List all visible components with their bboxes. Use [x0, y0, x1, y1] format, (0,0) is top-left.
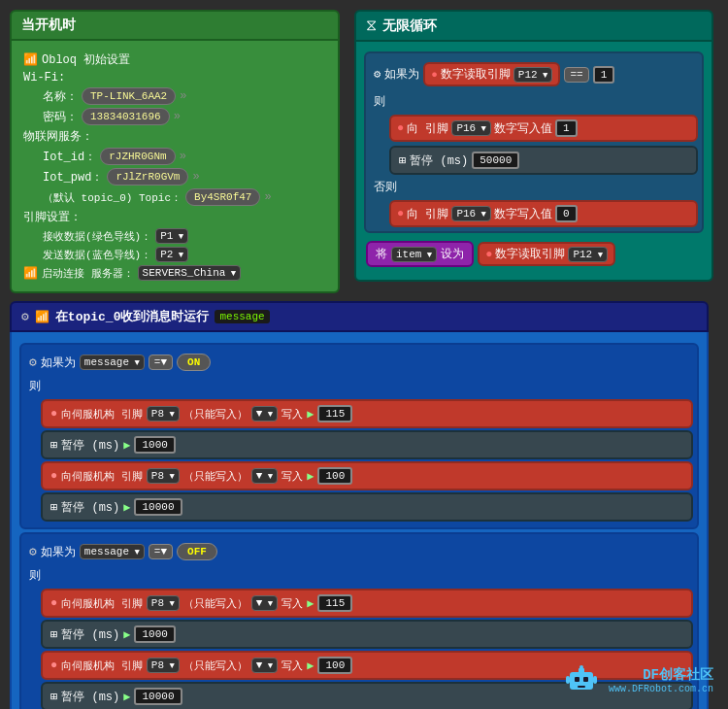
then-on-body: ● 向伺服机构 引脚 P8 （只能写入） ▼ 写入 ▶ 115 ⊞ 暂停 (ms… [41, 399, 693, 522]
if-on-label: 如果为 [41, 354, 76, 371]
servo-val-1: 115 [317, 405, 352, 422]
svg-point-5 [579, 665, 583, 669]
servo-val-3: 115 [317, 594, 352, 612]
wifi-icon-main: 📶 [35, 310, 50, 324]
iot-id-row: Iot_id： rJZHR0GNm » [43, 148, 326, 165]
if-block-1: ⚙ 如果为 ● 数字读取引脚 P12 == 1 则 [364, 51, 704, 233]
password-row: 密码： 13834031696 » [43, 108, 326, 125]
servo-only-write-4: （只能写入） [183, 658, 248, 673]
iot-label-row: 物联网服务： [23, 128, 326, 145]
obloq-label: Obloq 初始设置 [42, 51, 130, 68]
grid-icon-on-1: ⊞ [50, 438, 57, 453]
connect-label: 启动连接 服务器： [42, 266, 134, 281]
play-icon-3: ▶ [307, 596, 314, 611]
pause-block-on-2: ⊞ 暂停 (ms) ▶ 10000 [41, 492, 693, 522]
svg-rect-2 [583, 677, 588, 682]
rx-pin-dropdown[interactable]: P1 [155, 228, 188, 244]
servo-only-write-1: （只能写入） [183, 407, 248, 422]
pause-val-on-2: 10000 [134, 498, 182, 516]
set-var-dropdown[interactable]: item [391, 247, 437, 262]
if2-eq-box: =▼ [149, 544, 173, 559]
set-read-pin-dropdown[interactable]: P12 [568, 247, 608, 262]
iot-pwd-value: rJlZrR0GVm [107, 168, 188, 186]
pause-val-off-2: 10000 [134, 688, 182, 705]
brand-name: DF创客社区 [609, 666, 713, 684]
then-off-label-row: 则 [25, 565, 693, 586]
server-dropdown[interactable]: SERVERS_China [138, 265, 242, 281]
watermark: DF创客社区 www.DFRobot.com.cn [562, 660, 713, 699]
watermark-text-block: DF创客社区 www.DFRobot.com.cn [609, 666, 713, 694]
pause-block-on-1: ⊞ 暂停 (ms) ▶ 1000 [41, 430, 693, 459]
write-pin-block-1: ● 向 引脚 P16 数字写入值 1 [389, 115, 698, 142]
play-icon-p3: ▶ [123, 627, 130, 642]
pause-label-on-1: 暂停 (ms) [61, 437, 119, 454]
rx-label: 接收数据(绿色导线)： [43, 229, 151, 244]
write-pin-dropdown-1[interactable]: P16 [451, 120, 491, 136]
servo-write-mode-4[interactable]: ▼ [251, 658, 278, 673]
servo-val-4: 100 [317, 657, 352, 674]
equals-box-1: == [564, 67, 588, 83]
if1-on-value: ON [177, 354, 211, 371]
boot-title: 当开机时 [21, 17, 76, 34]
name-row: 名称： TP-LINK_6AA2 » [43, 87, 326, 105]
iot-pwd-label: Iot_pwd： [43, 169, 103, 186]
servo-label-3: 向伺服机构 引脚 [61, 596, 143, 611]
svg-rect-7 [593, 676, 597, 684]
svg-rect-3 [578, 686, 585, 688]
grid-icon-off-1: ⊞ [50, 627, 57, 642]
then-label-1: 则 [374, 93, 385, 110]
if-off-header: ⚙ 如果为 message =▼ OFF [25, 541, 693, 562]
else-body-1: ● 向 引脚 P16 数字写入值 0 [389, 200, 698, 227]
servo-write-label-1: 写入 [281, 407, 303, 422]
if2-var-dropdown[interactable]: message [80, 544, 145, 559]
message-title: 在topic_0收到消息时运行 [55, 308, 210, 325]
wifi-label: Wi-Fi: [23, 71, 65, 84]
if2-off-value: OFF [177, 543, 217, 560]
message-block: ⚙ 📶 在topic_0收到消息时运行 message ⚙ 如果为 messag… [10, 301, 709, 709]
servo-pin-3[interactable]: P8 [147, 595, 180, 611]
grid-icon-on-2: ⊞ [50, 500, 57, 515]
gear-icon-main: ⚙ [21, 309, 29, 324]
pause-label-on-2: 暂停 (ms) [61, 499, 119, 516]
servo-write-mode-1[interactable]: ▼ [251, 406, 278, 422]
name-label: 名称： [43, 88, 78, 105]
servo-pin-2[interactable]: P8 [147, 468, 180, 484]
servo-label-2: 向伺服机构 引脚 [61, 469, 143, 484]
servo-write-label-2: 写入 [281, 469, 303, 484]
else-label-1: 否则 [374, 179, 397, 195]
set-read-pin-block: ● 数字读取引脚 P12 [478, 242, 615, 266]
topic-value: By4SR0f47 [185, 188, 260, 206]
name-value: TP-LINK_6AA2 [82, 87, 176, 105]
else-row-1: 否则 [370, 177, 698, 197]
tx-pin-dropdown[interactable]: P2 [155, 247, 188, 262]
servo-write-mode-3[interactable]: ▼ [251, 595, 278, 611]
gear-icon-if2: ⚙ [29, 544, 37, 559]
servo-pin-4[interactable]: P8 [147, 658, 180, 673]
infinite-body: ⚙ 如果为 ● 数字读取引脚 P12 == 1 则 [354, 42, 713, 282]
servo-pin-1[interactable]: P8 [147, 406, 180, 422]
read-pin-dropdown[interactable]: P12 [513, 67, 553, 83]
infinite-title: 无限循环 [382, 17, 437, 35]
servo-write-mode-2[interactable]: ▼ [251, 468, 278, 484]
set-item-block: 将 item 设为 [366, 241, 474, 267]
play-icon-p4: ▶ [123, 690, 130, 704]
message-header: ⚙ 📶 在topic_0收到消息时运行 message [10, 301, 709, 332]
if-label-1: 如果为 [384, 66, 419, 83]
boot-body: 📶 Obloq 初始设置 Wi-Fi: 名称： TP-LINK_6AA2 » 密… [10, 41, 340, 293]
grid-icon-1: ⊞ [399, 153, 406, 168]
servo-only-write-2: （只能写入） [183, 469, 248, 484]
servo-write-label-4: 写入 [281, 658, 303, 673]
if1-var-dropdown[interactable]: message [80, 354, 145, 370]
servo-label-4: 向伺服机构 引脚 [61, 658, 143, 673]
pause-block-off-1: ⊞ 暂停 (ms) ▶ 1000 [41, 620, 693, 649]
svg-rect-6 [566, 676, 570, 684]
read-pin-block-1: ● 数字读取引脚 P12 [423, 62, 560, 86]
write-value-1: 1 [555, 119, 578, 137]
wifi-label-row: Wi-Fi: [23, 71, 326, 84]
else-write-pin-dropdown[interactable]: P16 [451, 206, 491, 221]
servo-val-2: 100 [317, 467, 352, 485]
pin-label-row: 引脚设置： [23, 209, 326, 225]
pause-block-1: ⊞ 暂停 (ms) 50000 [389, 146, 698, 175]
pause-label-1: 暂停 (ms) [410, 152, 468, 169]
infinite-icon: ⧖ [366, 17, 377, 35]
